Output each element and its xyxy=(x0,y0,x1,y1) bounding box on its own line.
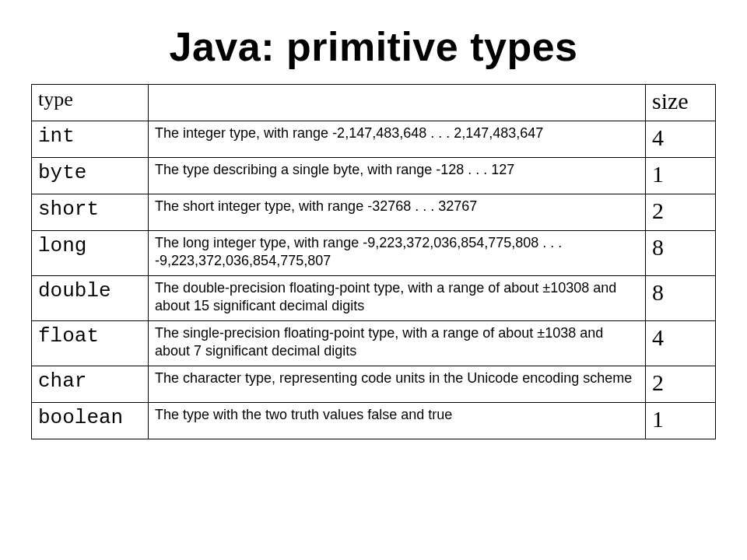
type-size: 8 xyxy=(646,276,716,321)
header-type: type xyxy=(32,85,149,121)
type-size: 2 xyxy=(646,366,716,403)
header-desc xyxy=(149,85,646,121)
type-desc: The integer type, with range -2,147,483,… xyxy=(149,121,646,158)
type-name: float xyxy=(32,321,149,366)
type-name: char xyxy=(32,366,149,403)
type-name: byte xyxy=(32,158,149,194)
type-desc: The type describing a single byte, with … xyxy=(149,158,646,194)
type-desc: The double-precision floating-point type… xyxy=(149,276,646,321)
table-row: short The short integer type, with range… xyxy=(32,194,716,231)
type-desc: The long integer type, with range -9,223… xyxy=(149,231,646,276)
table-row: long The long integer type, with range -… xyxy=(32,231,716,276)
type-desc: The single-precision floating-point type… xyxy=(149,321,646,366)
type-size: 1 xyxy=(646,158,716,194)
type-name: double xyxy=(32,276,149,321)
table-row: boolean The type with the two truth valu… xyxy=(32,403,716,439)
table-header-row: type size xyxy=(32,85,716,121)
type-name: short xyxy=(32,194,149,231)
type-desc: The type with the two truth values false… xyxy=(149,403,646,439)
table-row: int The integer type, with range -2,147,… xyxy=(32,121,716,158)
type-name: int xyxy=(32,121,149,158)
header-size: size xyxy=(646,85,716,121)
primitive-types-table: type size int The integer type, with ran… xyxy=(31,84,716,439)
type-size: 2 xyxy=(646,194,716,231)
page-title: Java: primitive types xyxy=(31,23,716,70)
table-row: byte The type describing a single byte, … xyxy=(32,158,716,194)
type-name: boolean xyxy=(32,403,149,439)
type-desc: The short integer type, with range -3276… xyxy=(149,194,646,231)
type-size: 1 xyxy=(646,403,716,439)
type-size: 4 xyxy=(646,121,716,158)
type-size: 8 xyxy=(646,231,716,276)
type-size: 4 xyxy=(646,321,716,366)
table-row: float The single-precision floating-poin… xyxy=(32,321,716,366)
type-name: long xyxy=(32,231,149,276)
type-desc: The character type, representing code un… xyxy=(149,366,646,403)
slide: Java: primitive types type size int The … xyxy=(0,0,747,560)
table-row: double The double-precision floating-poi… xyxy=(32,276,716,321)
table-row: char The character type, representing co… xyxy=(32,366,716,403)
